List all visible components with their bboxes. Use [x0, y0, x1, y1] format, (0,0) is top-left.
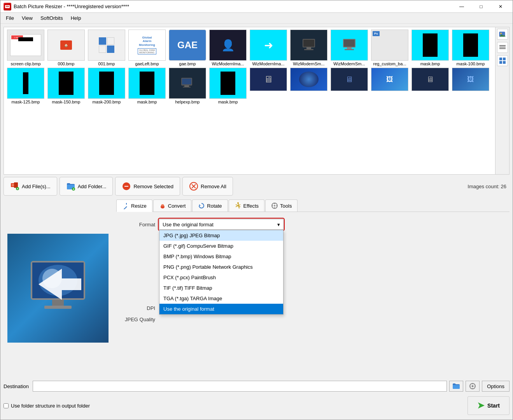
svg-rect-19	[499, 45, 506, 46]
minimize-button[interactable]: —	[453, 1, 471, 12]
svg-rect-23	[503, 58, 506, 60]
list-item[interactable]: mask.bmp	[208, 68, 247, 104]
list-item[interactable]: WizModernSm...	[289, 30, 328, 66]
menu-file[interactable]: File	[2, 14, 18, 23]
list-item[interactable]: helpexp.bmp	[168, 68, 207, 104]
format-label: Format	[116, 222, 155, 228]
tab-tools-label: Tools	[280, 203, 292, 209]
svg-rect-66	[472, 388, 473, 389]
destination-label: Destination	[4, 383, 29, 389]
svg-rect-68	[474, 386, 476, 387]
list-item[interactable]: 🖥	[411, 68, 450, 104]
list-item[interactable]: 🖥	[330, 68, 369, 104]
thumb-label: 001.bmp	[87, 61, 126, 66]
list-item[interactable]	[289, 68, 328, 104]
svg-rect-59	[274, 203, 275, 204]
thumb-label: 000.bmp	[47, 61, 86, 66]
svg-rect-60	[274, 207, 275, 208]
svg-rect-28	[14, 182, 18, 188]
destination-input[interactable]	[33, 381, 447, 392]
tab-rotate[interactable]: Rotate	[192, 200, 228, 212]
list-item[interactable]: 001.bmp	[87, 30, 126, 66]
dropdown-item-bmp[interactable]: BMP (*.bmp) Windows Bitmap	[159, 251, 283, 262]
dropdown-item-tga[interactable]: TGA (*.tga) TARGA Image	[159, 293, 283, 304]
svg-rect-11	[345, 49, 354, 50]
folder-structure-label: Use folder structure in output folder	[11, 403, 90, 409]
app-icon	[4, 3, 11, 10]
destination-browse-button[interactable]	[449, 381, 463, 392]
sidebar-add-image-button[interactable]	[497, 29, 508, 40]
list-item[interactable]: mask.bmp	[411, 30, 450, 66]
list-item[interactable]: mask.bmp	[128, 68, 166, 104]
maximize-button[interactable]: □	[472, 1, 490, 12]
folder-structure-checkbox[interactable]	[4, 403, 9, 408]
list-item[interactable]: mask-125.bmp	[6, 68, 45, 104]
tab-effects[interactable]: Effects	[229, 200, 265, 212]
svg-rect-61	[272, 205, 273, 206]
svg-rect-6	[306, 47, 311, 49]
menu-view[interactable]: View	[18, 14, 37, 23]
list-item[interactable]: GlobalAlarmMonitoring GLOBAL FIRMMONITOR…	[128, 30, 166, 66]
list-item[interactable]: mask-150.bmp	[47, 68, 86, 104]
options-gear-button[interactable]	[466, 381, 480, 392]
tab-tools[interactable]: Tools	[265, 200, 298, 212]
svg-rect-13	[182, 79, 191, 84]
list-item[interactable]: Ps reg_custom_ba...	[370, 30, 409, 66]
remove-all-button[interactable]: Remove All	[182, 177, 233, 196]
dropdown-item-label: GIF (*.gif) CompuServe Bitmap	[163, 243, 233, 249]
preview-monitor-icon	[23, 253, 93, 323]
remove-all-label: Remove All	[201, 184, 226, 189]
dropdown-item-pcx[interactable]: PCX (*.pcx) PaintBrush	[159, 272, 283, 283]
dropdown-item-gif[interactable]: GIF (*.gif) CompuServe Bitmap	[159, 241, 283, 251]
remove-selected-button[interactable]: Remove Selected	[115, 177, 180, 196]
start-button[interactable]: ➤ Start	[467, 396, 509, 415]
format-control: Use the original format ▾ JPG (*.jpg) JP…	[159, 219, 284, 230]
format-row: Format Use the original format ▾ JPG (*.…	[116, 219, 509, 230]
preview-area	[4, 198, 112, 378]
svg-point-64	[472, 385, 474, 387]
list-item[interactable]: mask-100.bmp	[451, 30, 490, 66]
window-title: Batch Picture Resizer - ****Unregistered…	[14, 4, 453, 9]
main-window: Batch Picture Resizer - ****Unregistered…	[0, 0, 513, 420]
list-item[interactable]: 🏠 000.bmp	[47, 30, 86, 66]
list-item[interactable]: ⚠ error screen clip.bmp	[6, 30, 45, 66]
options-panel: Resize Convert	[116, 198, 509, 378]
toolbar: Add File(s)... Add Folder... Remove Sele…	[4, 177, 509, 196]
list-item[interactable]: 🖼	[370, 68, 409, 104]
tab-convert[interactable]: Convert	[153, 200, 192, 212]
add-files-button[interactable]: Add File(s)...	[4, 177, 57, 196]
svg-rect-10	[347, 47, 352, 49]
menu-bar: File View SoftOrbits Help	[0, 13, 513, 24]
sidebar-grid-view-button[interactable]	[497, 55, 508, 66]
thumb-label: gae.bmp	[168, 61, 207, 66]
dropdown-item-label: PCX (*.pcx) PaintBrush	[163, 275, 216, 280]
images-count: Images count: 26	[467, 184, 509, 189]
tab-resize[interactable]: Resize	[116, 200, 152, 212]
svg-rect-5	[303, 40, 314, 47]
list-item[interactable]: ➜ WizModernIma...	[249, 30, 288, 66]
list-item[interactable]: GAE gae.bmp	[168, 30, 207, 66]
options-button[interactable]: Options	[482, 381, 509, 392]
close-button[interactable]: ✕	[492, 1, 509, 12]
dropdown-item-original[interactable]: Use the original format	[159, 304, 283, 314]
chevron-down-icon: ▾	[277, 222, 280, 228]
svg-rect-3	[6, 7, 9, 7]
svg-rect-9	[344, 40, 355, 47]
add-files-label: Add File(s)...	[22, 184, 51, 189]
image-grid[interactable]: ⚠ error screen clip.bmp 🏠 000.bmp	[4, 27, 495, 174]
svg-rect-48	[126, 203, 127, 205]
list-item[interactable]: mask-200.bmp	[87, 68, 126, 104]
list-item[interactable]: WizModernSm...	[330, 30, 369, 66]
add-folder-button[interactable]: Add Folder...	[60, 177, 113, 196]
bottom-bar: Use folder structure in output folder ➤ …	[4, 394, 509, 416]
list-item[interactable]: 🖼	[451, 68, 490, 104]
dropdown-item-jpg[interactable]: JPG (*.jpg) JPEG Bitmap	[159, 230, 283, 241]
format-select[interactable]: Use the original format ▾	[159, 219, 284, 230]
dropdown-item-png[interactable]: PNG (*.png) Portable Network Graphics	[159, 262, 283, 272]
sidebar-list-view-button[interactable]	[497, 42, 508, 53]
dropdown-item-tif[interactable]: TIF (*.tif) TIFF Bitmap	[159, 283, 283, 293]
list-item[interactable]: 🖥	[249, 68, 288, 104]
menu-softorbits[interactable]: SoftOrbits	[37, 14, 67, 23]
list-item[interactable]: 👤 WizModernIma...	[208, 30, 247, 66]
menu-help[interactable]: Help	[67, 14, 85, 23]
